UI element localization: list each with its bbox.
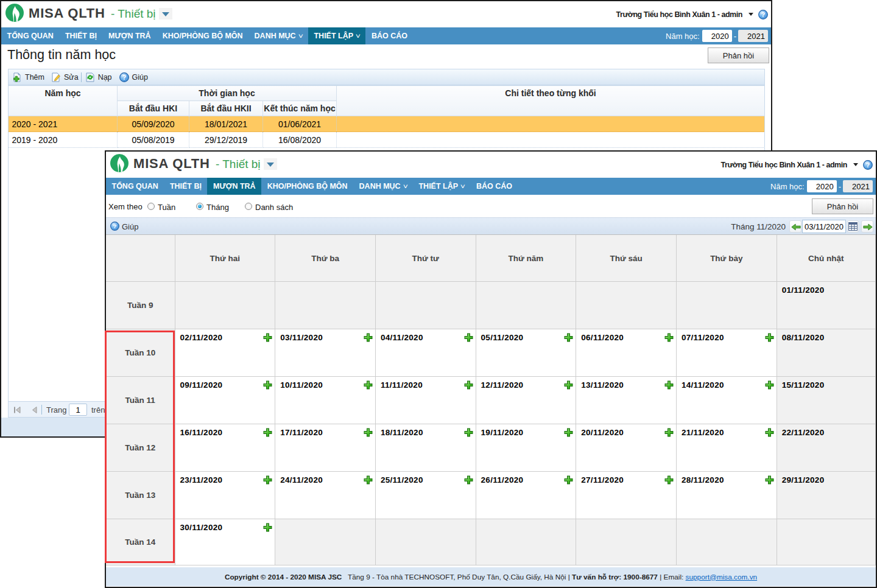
svg-text:?: ? bbox=[122, 73, 125, 80]
svg-text:?: ? bbox=[866, 161, 870, 168]
svg-text:?: ? bbox=[761, 10, 765, 18]
svg-text:?: ? bbox=[113, 223, 116, 229]
